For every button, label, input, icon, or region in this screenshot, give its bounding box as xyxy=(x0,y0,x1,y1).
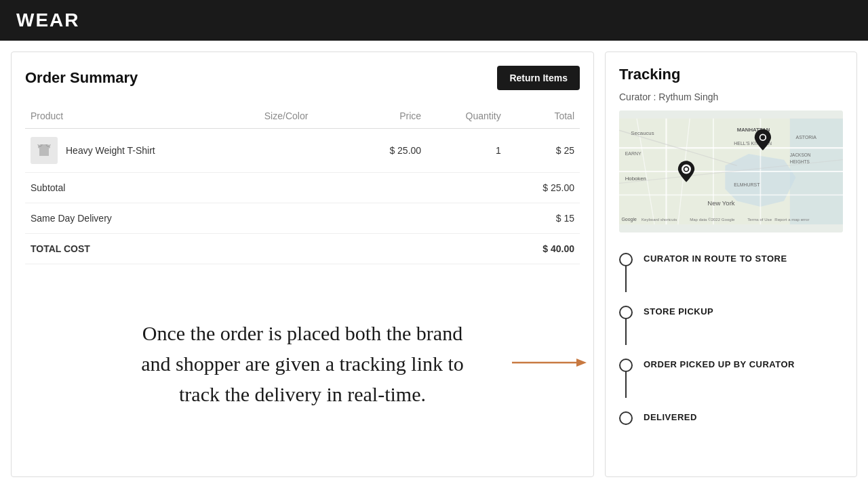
svg-text:ASTORIA: ASTORIA xyxy=(796,135,817,140)
col-product: Product xyxy=(25,104,259,129)
delivery-label: Same Day Delivery xyxy=(25,203,507,234)
product-price: $ 25.00 xyxy=(353,129,427,173)
curator-label: Curator : Rythum Singh xyxy=(619,92,843,102)
product-quantity: 1 xyxy=(427,129,507,173)
map-container: Secaucus MANHATTAN HELL'S KITCHEN ASTORI… xyxy=(619,110,843,232)
step-line xyxy=(625,265,627,292)
main-content: Order Summary Return Items Product Size/… xyxy=(0,41,868,488)
app-logo: WEAR xyxy=(16,9,80,31)
svg-text:Google: Google xyxy=(621,217,637,222)
svg-text:HEIGHTS: HEIGHTS xyxy=(790,159,810,164)
step-label: STORE PICKUP xyxy=(644,306,713,317)
svg-text:JACKSON: JACKSON xyxy=(790,152,811,157)
svg-text:Keyboard shortcuts: Keyboard shortcuts xyxy=(642,218,677,222)
step-dot xyxy=(619,411,633,425)
svg-text:Terms of Use: Terms of Use xyxy=(747,218,772,222)
order-title: Order Summary xyxy=(25,69,138,87)
tracking-step: DELIVERED xyxy=(619,405,843,432)
order-panel: Order Summary Return Items Product Size/… xyxy=(11,52,594,477)
col-price: Price xyxy=(353,104,427,129)
tracking-title: Tracking xyxy=(619,66,843,83)
svg-marker-1 xyxy=(576,359,587,367)
tracking-panel: Tracking Curator : Rythum Singh xyxy=(605,52,857,477)
svg-text:Hoboken: Hoboken xyxy=(625,176,646,182)
col-total: Total xyxy=(507,104,580,129)
step-line xyxy=(625,371,627,398)
step-label: DELIVERED xyxy=(644,411,697,422)
step-label: CURATOR IN ROUTE TO STORE xyxy=(644,253,787,264)
step-dot-container xyxy=(619,306,633,345)
step-dot-container xyxy=(619,253,633,292)
step-dot xyxy=(619,253,633,266)
total-label: TOTAL COST xyxy=(25,234,507,264)
order-header: Order Summary Return Items xyxy=(25,66,580,90)
step-dot-container xyxy=(619,411,633,425)
col-quantity: Quantity xyxy=(427,104,507,129)
return-items-button[interactable]: Return Items xyxy=(497,66,580,90)
step-dot xyxy=(619,306,633,319)
step-label: ORDER PICKED UP BY CURATOR xyxy=(644,359,795,369)
info-text: Once the order is placed both the brand … xyxy=(133,318,472,409)
tracking-steps: CURATOR IN ROUTE TO STORE STORE PICKUP O… xyxy=(619,246,843,432)
app-header: WEAR xyxy=(0,0,868,41)
table-row: Heavy Weight T-Shirt $ 25.00 1 $ 25 xyxy=(25,129,580,173)
svg-point-26 xyxy=(760,135,765,140)
col-size-color: Size/Color xyxy=(259,104,353,129)
product-name: Heavy Weight T-Shirt xyxy=(66,145,155,156)
step-dot xyxy=(619,359,633,372)
tracking-step: ORDER PICKED UP BY CURATOR xyxy=(619,352,843,405)
subtotal-value: $ 25.00 xyxy=(507,173,580,203)
svg-text:New York: New York xyxy=(707,199,735,207)
svg-text:Secaucus: Secaucus xyxy=(631,130,654,136)
svg-text:Map data ©2022 Google: Map data ©2022 Google xyxy=(690,218,735,222)
svg-text:EARNY: EARNY xyxy=(625,151,642,156)
order-table: Product Size/Color Price Quantity Total xyxy=(25,104,580,264)
subtotal-label: Subtotal xyxy=(25,173,507,203)
total-value: $ 40.00 xyxy=(507,234,580,264)
svg-point-28 xyxy=(684,167,689,171)
step-dot-container xyxy=(619,359,633,398)
product-size-color xyxy=(259,129,353,173)
delivery-value: $ 15 xyxy=(507,203,580,234)
step-line xyxy=(625,318,627,345)
svg-text:Report a map error: Report a map error xyxy=(774,218,809,222)
info-section: Once the order is placed both the brand … xyxy=(25,264,580,463)
svg-text:ELMHURST: ELMHURST xyxy=(734,182,760,187)
product-thumbnail xyxy=(31,137,58,164)
product-total: $ 25 xyxy=(507,129,580,173)
tracking-step: STORE PICKUP xyxy=(619,299,843,352)
tracking-step: CURATOR IN ROUTE TO STORE xyxy=(619,246,843,299)
arrow-icon xyxy=(512,354,587,373)
